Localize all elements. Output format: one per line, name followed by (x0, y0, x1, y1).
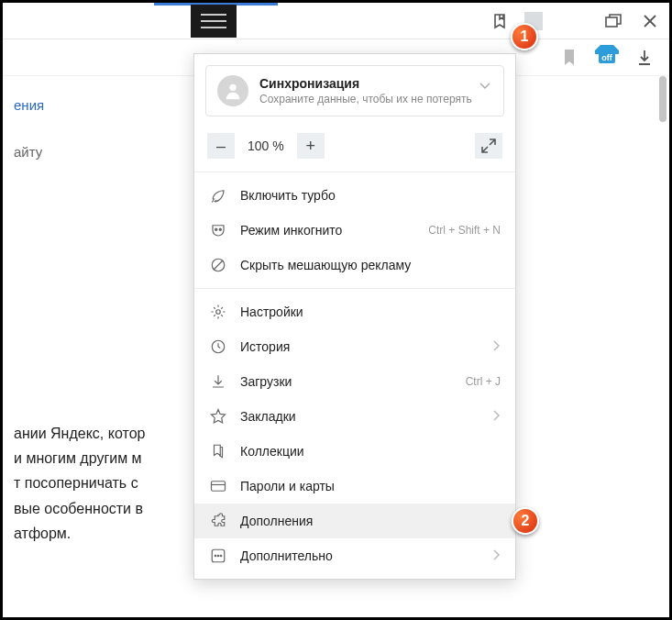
svg-point-11 (216, 310, 221, 315)
main-menu-dropdown: Синхронизация Сохраните данные, чтобы их… (193, 53, 516, 580)
shortcut-label: Ctrl + Shift + N (428, 224, 501, 237)
para-line: т посоперничать с (14, 471, 195, 495)
block-icon (209, 256, 227, 274)
avatar-icon (217, 75, 248, 106)
svg-point-18 (220, 555, 222, 557)
card-icon (209, 477, 227, 495)
mask-icon (209, 221, 227, 239)
menu-label: Скрыть мешающую рекламу (240, 258, 411, 272)
history-icon (209, 338, 227, 356)
windows-icon[interactable] (605, 13, 622, 29)
para-line: атформ. (14, 521, 195, 546)
chevron-right-icon (493, 409, 501, 424)
tab-hamburger-icon[interactable] (191, 5, 237, 38)
menu-label: Коллекции (240, 444, 304, 459)
extension-off-badge-icon[interactable]: off (594, 48, 620, 68)
chevron-right-icon (493, 339, 501, 354)
svg-point-8 (219, 228, 221, 230)
download-icon[interactable] (636, 50, 653, 66)
menu-downloads[interactable]: Загрузки Ctrl + J (194, 364, 515, 399)
menu-turbo[interactable]: Включить турбо (194, 178, 515, 213)
sync-title: Синхронизация (259, 76, 472, 91)
menu-incognito[interactable]: Режим инкогнито Ctrl + Shift + N (194, 213, 515, 248)
menu-label: Загрузки (240, 374, 292, 389)
menu-label: Режим инкогнито (240, 223, 342, 238)
page-background-text: ения айту ании Яндекс, котор и многим др… (3, 76, 195, 546)
callout-badge-2: 2 (512, 507, 539, 535)
menu-label: Пароли и карты (240, 479, 335, 493)
zoom-in-button[interactable]: + (297, 133, 325, 159)
menu-passwords[interactable]: Пароли и карты (194, 469, 515, 504)
menu-label: Закладки (240, 409, 296, 424)
svg-rect-3 (606, 17, 617, 27)
gear-icon (209, 303, 227, 321)
menu-bookmarks[interactable]: Закладки (194, 399, 515, 434)
menu-label: Дополнения (240, 514, 313, 528)
svg-rect-13 (212, 482, 226, 492)
menu-more[interactable]: Дополнительно (194, 538, 515, 573)
para-line: и многим другим м (14, 446, 195, 471)
star-icon (209, 407, 227, 426)
zoom-controls: – 100 % + (194, 126, 515, 166)
menu-label: Дополнительно (240, 548, 333, 563)
menu-label: Включить турбо (240, 188, 336, 203)
close-icon[interactable] (642, 13, 658, 29)
divider (194, 288, 515, 289)
svg-point-16 (215, 555, 216, 557)
svg-line-10 (214, 260, 224, 271)
fullscreen-button[interactable] (475, 133, 502, 159)
puzzle-icon (209, 512, 227, 530)
text-fragment: айту (3, 139, 195, 164)
menu-label: История (240, 339, 290, 354)
more-icon (209, 547, 227, 565)
svg-point-6 (229, 84, 236, 91)
shortcut-label: Ctrl + J (466, 375, 501, 388)
menu-label: Настройки (240, 304, 303, 319)
menu-settings[interactable]: Настройки (194, 294, 515, 329)
divider (194, 172, 515, 172)
collections-icon (209, 442, 227, 460)
para-line: вые особенности в (14, 496, 195, 521)
link-fragment[interactable]: ения (3, 93, 195, 117)
sync-card[interactable]: Синхронизация Сохраните данные, чтобы их… (205, 65, 504, 116)
browser-topbar (3, 3, 669, 39)
svg-point-7 (215, 228, 217, 230)
menu-hide-ads[interactable]: Скрыть мешающую рекламу (194, 248, 515, 282)
menu-addons[interactable]: Дополнения (194, 504, 515, 538)
download-icon (209, 372, 227, 391)
callout-badge-1: 1 (511, 23, 538, 50)
svg-point-17 (217, 555, 219, 557)
zoom-value: 100 % (240, 138, 292, 153)
chevron-down-icon (479, 77, 490, 94)
sync-subtitle: Сохраните данные, чтобы их не потерять (259, 93, 472, 105)
rocket-icon (209, 186, 227, 205)
menu-collections[interactable]: Коллекции (194, 434, 515, 469)
para-line: ании Яндекс, котор (14, 421, 195, 446)
chevron-right-icon (493, 548, 501, 563)
bookmark-ribbon-icon[interactable] (561, 50, 578, 66)
bookmark-flag-icon[interactable] (491, 13, 508, 29)
menu-history[interactable]: История (194, 329, 515, 364)
off-badge-label: off (599, 52, 615, 63)
zoom-out-button[interactable]: – (207, 133, 235, 159)
scrollbar-thumb[interactable] (659, 76, 666, 122)
